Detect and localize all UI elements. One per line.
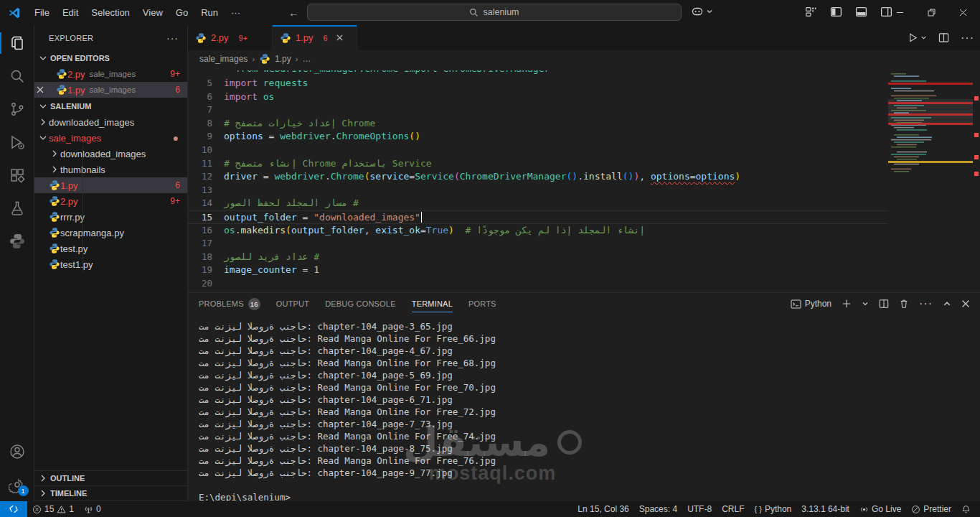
status-prettier[interactable]: Prettier <box>906 501 956 517</box>
tree-item-rrrr.py[interactable]: rrrr.py <box>34 209 187 225</box>
tree-item-2.py[interactable]: 2.py9+ <box>34 193 187 209</box>
problem-badge: 6 <box>175 180 180 190</box>
copilot-button[interactable] <box>690 4 713 19</box>
chevron-down-icon[interactable] <box>862 300 869 307</box>
tree-item-thumbnails[interactable]: thumbnails <box>34 162 187 177</box>
status-bell-icon[interactable] <box>956 501 976 517</box>
activity-extensions-icon[interactable] <box>0 159 34 192</box>
menu-selection[interactable]: Selection <box>85 4 136 22</box>
menu-run[interactable]: Run <box>194 4 225 22</box>
code-line-15[interactable]: 15output_folder = "downloaded_images" <box>188 210 888 224</box>
status-3-13-1-64-bit[interactable]: 3.13.1 64-bit <box>796 501 854 517</box>
code-line-12[interactable]: 12driver = webdriver.Chrome(service=Serv… <box>188 170 888 184</box>
activity-testing-icon[interactable] <box>0 192 34 225</box>
menu-file[interactable]: File <box>28 4 56 22</box>
activity-settings-icon[interactable]: 1 <box>0 468 34 501</box>
restore-button[interactable] <box>915 0 947 25</box>
editor-more-actions[interactable]: ··· <box>961 32 974 45</box>
tree-item-scrapmanga.py[interactable]: scrapmanga.py <box>34 225 187 241</box>
toggle-panel-icon[interactable] <box>855 6 867 18</box>
customize-layout-icon[interactable] <box>805 6 817 18</box>
menu-go[interactable]: Go <box>169 4 194 22</box>
split-editor-icon[interactable] <box>938 32 949 43</box>
code-line-5[interactable]: 5import requests <box>188 77 888 90</box>
open-editor-1.py[interactable]: 1.pysale_images6 <box>34 82 187 98</box>
toggle-sidebar-icon[interactable] <box>830 6 842 18</box>
code-line-9[interactable]: 9options = webdriver.ChromeOptions() <box>188 130 888 144</box>
breadcrumb-item[interactable]: sale_images <box>199 54 248 64</box>
section-outline[interactable]: OUTLINE <box>34 471 187 486</box>
problems-status[interactable]: 15 1 <box>27 501 79 517</box>
menu-edit[interactable]: Edit <box>56 4 85 22</box>
activity-search-icon[interactable] <box>0 60 34 93</box>
status-go-live[interactable]: Go Live <box>854 501 906 517</box>
activity-run-debug-icon[interactable] <box>0 126 34 159</box>
close-button[interactable] <box>947 0 979 25</box>
code-line-20[interactable]: 20 <box>188 277 888 291</box>
run-python-button[interactable] <box>908 32 927 43</box>
tree-item-downloaded_images[interactable]: downloaded_images <box>34 146 187 162</box>
minimap[interactable] <box>888 67 973 292</box>
explorer-more-actions[interactable]: ··· <box>166 32 179 44</box>
nav-back-icon[interactable]: ← <box>288 6 299 19</box>
tab-2.py[interactable]: 2.py9+ <box>188 25 273 50</box>
tree-item-sale_images[interactable]: sale_images● <box>34 130 187 146</box>
chevron-up-icon[interactable] <box>943 299 951 308</box>
close-panel-icon[interactable] <box>961 299 970 308</box>
code-line-18[interactable]: 18# عداد فريد للصور <box>188 251 888 264</box>
panel-tab-terminal[interactable]: TERMINAL <box>412 293 453 315</box>
code-line-14[interactable]: 14# مسار المجلد لحفظ الصور <box>188 197 888 210</box>
activity-files-icon[interactable] <box>0 27 34 60</box>
menu-view[interactable]: View <box>136 4 169 22</box>
panel-tab-problems[interactable]: PROBLEMS16 <box>199 293 260 315</box>
status-spaces-4[interactable]: Spaces: 4 <box>634 501 682 517</box>
code-line-11[interactable]: 11# إنشاء متصفح Chrome باستخدام Service <box>188 157 888 171</box>
panel-tab-debug-console[interactable]: DEBUG CONSOLE <box>325 293 396 315</box>
item-label: 2.py <box>60 196 78 207</box>
menu-[interactable]: ··· <box>225 4 247 22</box>
split-terminal-icon[interactable] <box>879 299 889 309</box>
close-icon[interactable] <box>34 85 46 95</box>
close-tab-icon[interactable] <box>335 33 344 42</box>
code-editor[interactable]: from webdriver_manager.chrome import Chr… <box>188 67 980 292</box>
status-utf-8[interactable]: UTF-8 <box>682 501 717 517</box>
remote-indicator[interactable] <box>0 501 27 517</box>
breadcrumb-item[interactable]: … <box>302 54 311 64</box>
breadcrumb[interactable]: sale_images›1.py›… <box>188 50 980 67</box>
tree-item-downloaded_images[interactable]: downloaded_images <box>34 114 187 130</box>
status-ln-15-col-36[interactable]: Ln 15, Col 36 <box>573 501 633 517</box>
activity-source-control-icon[interactable] <box>0 93 34 126</box>
activity-python-icon[interactable] <box>0 225 34 258</box>
panel-tab-output[interactable]: OUTPUT <box>276 293 309 315</box>
tree-item-test1.py[interactable]: test1.py <box>34 256 187 272</box>
open-editors-section[interactable]: OPEN EDITORS <box>34 50 187 66</box>
breadcrumb-item[interactable]: 1.py <box>275 54 291 64</box>
command-center-search[interactable]: salenium <box>307 4 682 21</box>
ports-status[interactable]: 0 <box>79 501 106 517</box>
status-python[interactable]: { }Python <box>749 501 796 517</box>
terminal-shell-selector[interactable]: Python <box>791 299 831 309</box>
code-line-17[interactable]: 17 <box>188 237 888 251</box>
panel-more-actions[interactable]: ··· <box>919 297 933 310</box>
tree-item-1.py[interactable]: 1.py6 <box>34 177 187 193</box>
panel-tab-ports[interactable]: PORTS <box>468 293 496 315</box>
code-line-19[interactable]: 19image_counter = 1 <box>188 264 888 277</box>
status-crlf[interactable]: CRLF <box>717 501 749 517</box>
section-timeline[interactable]: TIMELINE <box>34 486 187 501</box>
code-line-8[interactable]: 8# إعداد خيارات متصفح Chrome <box>188 117 888 131</box>
minimap-slider[interactable] <box>888 99 973 125</box>
code-line-10[interactable]: 10 <box>188 144 888 157</box>
new-terminal-icon[interactable] <box>842 299 852 309</box>
open-editor-2.py[interactable]: 2.pysale_images9+ <box>34 66 187 82</box>
tree-item-test.py[interactable]: test.py <box>34 241 187 256</box>
tab-1.py[interactable]: 1.py6 <box>273 25 357 50</box>
folder-root[interactable]: SALENIUM <box>34 98 187 114</box>
minimize-button[interactable] <box>884 0 915 25</box>
code-line-13[interactable]: 13 <box>188 184 888 197</box>
code-line-7[interactable]: 7 <box>188 103 888 117</box>
code-line-6[interactable]: 6import os <box>188 90 888 104</box>
activity-account-icon[interactable] <box>0 435 34 468</box>
terminal-output[interactable]: تم تنزيل الصورة بنجاح: chapter-104_page-… <box>188 315 980 503</box>
kill-terminal-icon[interactable] <box>899 299 909 309</box>
code-line-16[interactable]: 16os.makedirs(output_folder, exist_ok=Tr… <box>188 224 888 238</box>
